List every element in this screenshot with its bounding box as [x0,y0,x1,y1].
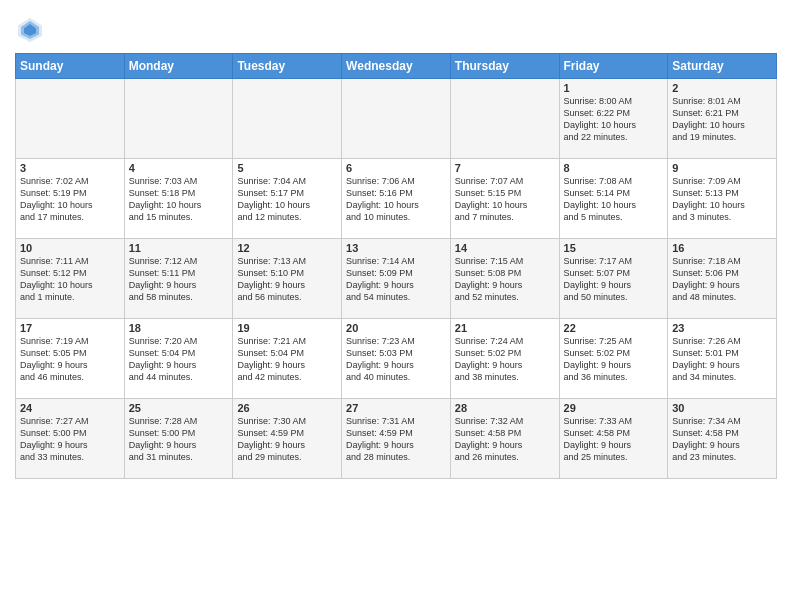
day-info: Sunrise: 7:21 AM Sunset: 5:04 PM Dayligh… [237,335,337,384]
day-info: Sunrise: 7:13 AM Sunset: 5:10 PM Dayligh… [237,255,337,304]
day-info: Sunrise: 7:24 AM Sunset: 5:02 PM Dayligh… [455,335,555,384]
calendar-cell: 19Sunrise: 7:21 AM Sunset: 5:04 PM Dayli… [233,319,342,399]
logo [15,15,49,45]
calendar-cell: 25Sunrise: 7:28 AM Sunset: 5:00 PM Dayli… [124,399,233,479]
day-info: Sunrise: 7:09 AM Sunset: 5:13 PM Dayligh… [672,175,772,224]
calendar-cell: 5Sunrise: 7:04 AM Sunset: 5:17 PM Daylig… [233,159,342,239]
day-number: 18 [129,322,229,334]
day-number: 20 [346,322,446,334]
calendar-cell [233,79,342,159]
calendar-cell [342,79,451,159]
calendar-week-5: 24Sunrise: 7:27 AM Sunset: 5:00 PM Dayli… [16,399,777,479]
calendar-week-2: 3Sunrise: 7:02 AM Sunset: 5:19 PM Daylig… [16,159,777,239]
calendar-cell: 20Sunrise: 7:23 AM Sunset: 5:03 PM Dayli… [342,319,451,399]
calendar-cell: 16Sunrise: 7:18 AM Sunset: 5:06 PM Dayli… [668,239,777,319]
calendar-week-4: 17Sunrise: 7:19 AM Sunset: 5:05 PM Dayli… [16,319,777,399]
calendar-cell: 22Sunrise: 7:25 AM Sunset: 5:02 PM Dayli… [559,319,668,399]
calendar-cell: 27Sunrise: 7:31 AM Sunset: 4:59 PM Dayli… [342,399,451,479]
day-info: Sunrise: 7:11 AM Sunset: 5:12 PM Dayligh… [20,255,120,304]
day-info: Sunrise: 8:00 AM Sunset: 6:22 PM Dayligh… [564,95,664,144]
calendar-cell: 7Sunrise: 7:07 AM Sunset: 5:15 PM Daylig… [450,159,559,239]
calendar-week-1: 1Sunrise: 8:00 AM Sunset: 6:22 PM Daylig… [16,79,777,159]
calendar-cell: 11Sunrise: 7:12 AM Sunset: 5:11 PM Dayli… [124,239,233,319]
day-info: Sunrise: 7:04 AM Sunset: 5:17 PM Dayligh… [237,175,337,224]
weekday-header-sunday: Sunday [16,54,125,79]
calendar-cell: 12Sunrise: 7:13 AM Sunset: 5:10 PM Dayli… [233,239,342,319]
day-number: 6 [346,162,446,174]
day-info: Sunrise: 7:32 AM Sunset: 4:58 PM Dayligh… [455,415,555,464]
day-info: Sunrise: 7:31 AM Sunset: 4:59 PM Dayligh… [346,415,446,464]
calendar-cell: 9Sunrise: 7:09 AM Sunset: 5:13 PM Daylig… [668,159,777,239]
calendar-cell: 28Sunrise: 7:32 AM Sunset: 4:58 PM Dayli… [450,399,559,479]
calendar-cell: 13Sunrise: 7:14 AM Sunset: 5:09 PM Dayli… [342,239,451,319]
calendar-cell: 8Sunrise: 7:08 AM Sunset: 5:14 PM Daylig… [559,159,668,239]
weekday-header-tuesday: Tuesday [233,54,342,79]
calendar-cell [450,79,559,159]
calendar-cell: 10Sunrise: 7:11 AM Sunset: 5:12 PM Dayli… [16,239,125,319]
calendar-cell: 2Sunrise: 8:01 AM Sunset: 6:21 PM Daylig… [668,79,777,159]
day-number: 1 [564,82,664,94]
day-info: Sunrise: 7:12 AM Sunset: 5:11 PM Dayligh… [129,255,229,304]
day-info: Sunrise: 7:07 AM Sunset: 5:15 PM Dayligh… [455,175,555,224]
calendar-cell: 21Sunrise: 7:24 AM Sunset: 5:02 PM Dayli… [450,319,559,399]
day-number: 22 [564,322,664,334]
day-number: 12 [237,242,337,254]
day-number: 19 [237,322,337,334]
weekday-header-monday: Monday [124,54,233,79]
day-info: Sunrise: 7:25 AM Sunset: 5:02 PM Dayligh… [564,335,664,384]
weekday-header-wednesday: Wednesday [342,54,451,79]
weekday-header-row: SundayMondayTuesdayWednesdayThursdayFrid… [16,54,777,79]
day-number: 27 [346,402,446,414]
day-number: 9 [672,162,772,174]
day-number: 16 [672,242,772,254]
day-number: 13 [346,242,446,254]
day-number: 14 [455,242,555,254]
day-number: 8 [564,162,664,174]
day-info: Sunrise: 7:18 AM Sunset: 5:06 PM Dayligh… [672,255,772,304]
day-info: Sunrise: 7:17 AM Sunset: 5:07 PM Dayligh… [564,255,664,304]
day-info: Sunrise: 7:02 AM Sunset: 5:19 PM Dayligh… [20,175,120,224]
day-number: 21 [455,322,555,334]
day-number: 29 [564,402,664,414]
header [15,10,777,45]
day-info: Sunrise: 7:34 AM Sunset: 4:58 PM Dayligh… [672,415,772,464]
day-number: 10 [20,242,120,254]
day-info: Sunrise: 7:28 AM Sunset: 5:00 PM Dayligh… [129,415,229,464]
calendar-cell [124,79,233,159]
calendar-cell: 29Sunrise: 7:33 AM Sunset: 4:58 PM Dayli… [559,399,668,479]
day-number: 2 [672,82,772,94]
day-number: 3 [20,162,120,174]
calendar-week-3: 10Sunrise: 7:11 AM Sunset: 5:12 PM Dayli… [16,239,777,319]
calendar-cell: 30Sunrise: 7:34 AM Sunset: 4:58 PM Dayli… [668,399,777,479]
logo-icon [15,15,45,45]
calendar-cell [16,79,125,159]
day-number: 24 [20,402,120,414]
day-info: Sunrise: 7:27 AM Sunset: 5:00 PM Dayligh… [20,415,120,464]
calendar-cell: 18Sunrise: 7:20 AM Sunset: 5:04 PM Dayli… [124,319,233,399]
calendar-cell: 4Sunrise: 7:03 AM Sunset: 5:18 PM Daylig… [124,159,233,239]
day-info: Sunrise: 7:30 AM Sunset: 4:59 PM Dayligh… [237,415,337,464]
calendar-cell: 3Sunrise: 7:02 AM Sunset: 5:19 PM Daylig… [16,159,125,239]
calendar-cell: 26Sunrise: 7:30 AM Sunset: 4:59 PM Dayli… [233,399,342,479]
weekday-header-saturday: Saturday [668,54,777,79]
day-number: 7 [455,162,555,174]
day-number: 4 [129,162,229,174]
calendar-cell: 14Sunrise: 7:15 AM Sunset: 5:08 PM Dayli… [450,239,559,319]
day-info: Sunrise: 7:15 AM Sunset: 5:08 PM Dayligh… [455,255,555,304]
weekday-header-thursday: Thursday [450,54,559,79]
day-number: 15 [564,242,664,254]
day-info: Sunrise: 7:03 AM Sunset: 5:18 PM Dayligh… [129,175,229,224]
day-info: Sunrise: 7:23 AM Sunset: 5:03 PM Dayligh… [346,335,446,384]
day-number: 26 [237,402,337,414]
calendar-cell: 23Sunrise: 7:26 AM Sunset: 5:01 PM Dayli… [668,319,777,399]
day-info: Sunrise: 7:19 AM Sunset: 5:05 PM Dayligh… [20,335,120,384]
day-number: 23 [672,322,772,334]
calendar-cell: 17Sunrise: 7:19 AM Sunset: 5:05 PM Dayli… [16,319,125,399]
calendar-cell: 24Sunrise: 7:27 AM Sunset: 5:00 PM Dayli… [16,399,125,479]
page-container: SundayMondayTuesdayWednesdayThursdayFrid… [0,0,792,484]
day-info: Sunrise: 7:33 AM Sunset: 4:58 PM Dayligh… [564,415,664,464]
calendar-cell: 6Sunrise: 7:06 AM Sunset: 5:16 PM Daylig… [342,159,451,239]
day-number: 30 [672,402,772,414]
day-info: Sunrise: 7:08 AM Sunset: 5:14 PM Dayligh… [564,175,664,224]
day-number: 28 [455,402,555,414]
